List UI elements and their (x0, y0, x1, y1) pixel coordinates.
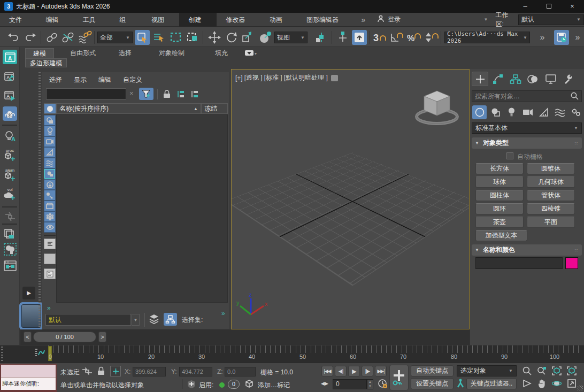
display-helpers-icon[interactable] (44, 147, 56, 158)
menu-modifiers[interactable]: 修改器(M) (217, 13, 260, 27)
menu-views[interactable]: 视图(V) (142, 13, 179, 27)
lock-explorer-icon[interactable] (162, 89, 172, 99)
snaps-toggle-icon[interactable]: 3 (373, 31, 387, 44)
cylinder-button[interactable]: 圆柱体 (475, 190, 524, 201)
script-run-icon[interactable]: A (3, 88, 17, 103)
render-presets-icon[interactable] (3, 227, 17, 241)
expand-hierarchy-icon[interactable] (175, 89, 186, 99)
next-frame-button[interactable]: > (98, 332, 106, 342)
category-systems-icon[interactable] (568, 105, 583, 119)
explorer-drag-handle[interactable] (39, 72, 41, 329)
display-spacewarps-icon[interactable] (44, 158, 56, 168)
notes-column-icon[interactable] (44, 268, 56, 279)
explorer-menu-customize[interactable]: 自定义 (123, 75, 142, 84)
layer-dropdown[interactable]: 默认 (45, 314, 131, 326)
display-shapes-icon[interactable] (44, 115, 56, 126)
clear-search-icon[interactable]: × (129, 89, 134, 97)
display-hidden-icon[interactable] (44, 222, 56, 233)
select-and-move-icon[interactable] (208, 31, 221, 44)
key-steps-icon[interactable] (456, 379, 465, 390)
notification-count-badge[interactable]: 0 (228, 380, 240, 389)
category-shapes-icon[interactable] (488, 105, 503, 119)
category-cameras-icon[interactable] (520, 105, 535, 119)
reference-coordinate-dropdown[interactable]: 视图 ▼ (274, 32, 308, 43)
explorer-menu-display[interactable]: 显示 (74, 75, 87, 84)
tube-button[interactable]: 管状体 (527, 190, 575, 201)
maxscript-mini-listener[interactable]: 脚本迷你侦听: (0, 364, 57, 392)
minimize-button[interactable]: – (513, 0, 537, 13)
explorer-bottom-chevron[interactable]: » (221, 310, 224, 317)
disabled-transfer-icon[interactable] (3, 209, 17, 224)
listener-line2[interactable]: 脚本迷你侦听: (1, 378, 56, 390)
maxscript-window-icon[interactable]: A (3, 50, 17, 64)
zoom-icon[interactable] (521, 365, 533, 376)
explorer-more-chevron[interactable]: » (47, 304, 50, 312)
trackbar-grip[interactable] (1, 347, 3, 362)
explorer-search-input[interactable] (46, 88, 126, 99)
select-and-scale-icon[interactable] (240, 31, 254, 44)
ribbon-panel-polygon-modeling[interactable]: 多边形建模 (25, 58, 67, 67)
selection-filter-dropdown[interactable]: 全部 ▼ (97, 32, 133, 43)
display-all-toggle[interactable] (44, 103, 56, 114)
category-helpers-icon[interactable] (536, 105, 551, 119)
viewport-menu-general[interactable]: [+] (235, 74, 243, 82)
menu-group[interactable]: 组(G) (110, 13, 142, 27)
menu-create[interactable]: 创建(C) (179, 13, 217, 27)
window-resize-grip[interactable] (578, 386, 583, 391)
object-category-dropdown[interactable]: 标准基本体 ▼ (472, 122, 582, 134)
ribbon-tab-modeling[interactable]: 建模 (25, 48, 54, 58)
selection-lock-icon[interactable] (97, 366, 105, 377)
explorer-filter-button[interactable] (139, 88, 153, 100)
tab-display[interactable] (542, 72, 559, 86)
redo-icon[interactable] (24, 31, 37, 44)
play-button[interactable]: ▶ (348, 366, 360, 376)
box-button[interactable]: 长方体 (475, 163, 524, 174)
tab-modify[interactable] (489, 72, 506, 86)
hierarchy-view-button[interactable] (164, 313, 177, 326)
blank-swatch-icon[interactable] (44, 253, 56, 264)
isolate-selection-icon[interactable] (81, 367, 93, 377)
name-color-rollout[interactable]: ▼ 名称和颜色 ⁙ (472, 244, 582, 256)
unlink-icon[interactable] (61, 31, 75, 44)
toolbar-overflow-chevron[interactable]: » (535, 31, 549, 44)
add-time-tag[interactable]: 添加…标记 (258, 381, 290, 390)
script-editor-icon[interactable]: A (3, 70, 17, 84)
cone-button[interactable]: 圆锥体 (527, 163, 575, 174)
tab-motion[interactable] (525, 72, 541, 86)
plane-button[interactable]: 平面 (527, 217, 575, 228)
select-and-place-icon[interactable] (258, 31, 272, 44)
zoom-extents-all-icon[interactable] (566, 365, 578, 376)
viewcube[interactable] (412, 87, 462, 134)
autogrid-checkbox[interactable] (506, 152, 513, 159)
display-lights-icon[interactable] (44, 126, 56, 136)
project-folder-dropdown[interactable]: C:\Users\Ad···ds Max 2026 ▼ (444, 32, 530, 43)
ribbon-tab-selection[interactable]: 选择 (111, 48, 139, 58)
geosphere-button[interactable]: 几何球体 (527, 176, 575, 188)
ribbon-tab-populate[interactable]: 填充 (208, 48, 235, 58)
object-name-input[interactable] (475, 257, 563, 269)
tab-hierarchy[interactable] (507, 72, 524, 86)
y-coordinate-field[interactable]: 494.772 (179, 367, 212, 376)
workspace-dropdown[interactable]: 默认 ▼ (518, 14, 584, 25)
go-to-end-button[interactable]: ▶▶| (375, 366, 387, 376)
ribbon-tab-freeform[interactable]: 自由形式 (63, 48, 103, 58)
layers-stack-icon[interactable] (149, 314, 159, 326)
key-filters-button[interactable]: 关键点过滤器.. (466, 378, 517, 389)
panel-expander-button[interactable]: ▶ (22, 287, 35, 299)
menu-file[interactable]: 文件(F) (0, 13, 37, 27)
maximize-viewport-icon[interactable] (566, 378, 578, 389)
auto-key-button[interactable]: 自动关键点 (411, 365, 454, 376)
vol-content-icon[interactable]: vol (3, 187, 17, 201)
ribbon-tab-object-paint[interactable]: 对象绘制 (151, 48, 192, 58)
toolbar-overflow-chevron-2[interactable]: » (570, 31, 584, 44)
explorer-menu-select[interactable]: 选择 (49, 75, 62, 84)
select-by-name-icon[interactable] (152, 31, 166, 44)
bind-spacewarp-icon[interactable] (78, 31, 92, 44)
time-slider[interactable]: 0 / 100 (33, 332, 96, 342)
display-bones-icon[interactable] (44, 190, 56, 201)
absolute-mode-toggle[interactable] (110, 366, 121, 376)
menu-tools[interactable]: 工具(T) (74, 13, 111, 27)
perspective-viewport[interactable]: [+] [透视 ] [标准 ] [默认明暗处理 ] z x y (231, 69, 470, 329)
sort-list-icon[interactable] (44, 239, 56, 249)
key-mode-dropdown[interactable]: 选定对象 ▼ (457, 365, 517, 376)
